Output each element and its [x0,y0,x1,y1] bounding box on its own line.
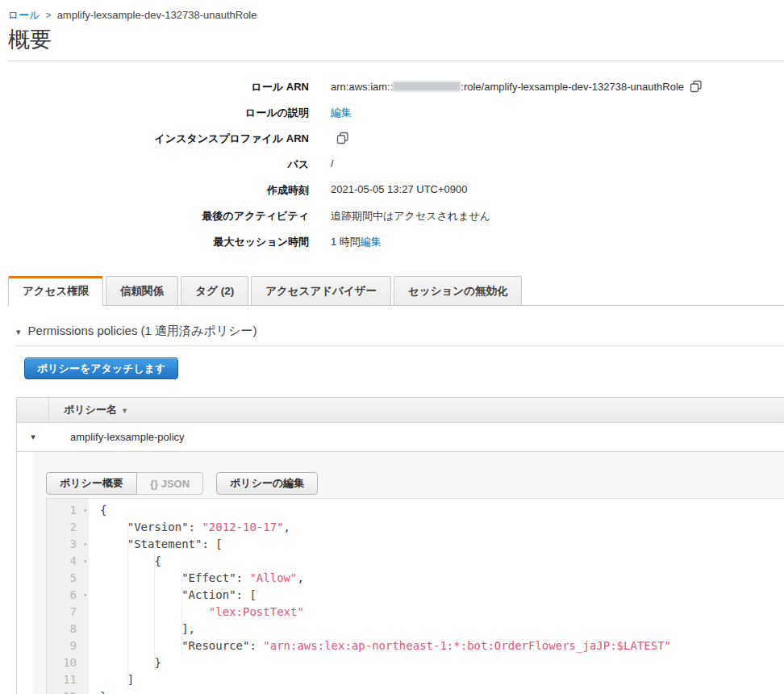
summary-row-creation-time: 作成時刻2021-05-05 13:27 UTC+0900 [0,183,784,198]
summary-label-path: パス [0,157,309,172]
attach-policy-button[interactable]: ポリシーをアタッチします [24,357,178,379]
summary-value-path: / [331,157,334,169]
code-token: "Effect": [100,571,249,584]
section-collapse-icon: ▾ [16,327,21,337]
summary-label-creation-time: 作成時刻 [0,183,309,198]
redacted-account-id [393,82,461,91]
code-string-token: "lex:PostText" [209,605,304,618]
code-line: { [100,502,784,519]
tab-revoke-sessions[interactable]: セッションの無効化 [394,276,522,305]
line-number: 4▾ [47,553,89,570]
policy-view-button-json[interactable]: {} JSON [137,472,203,495]
value-text: / [331,157,334,169]
summary-label-max-session-duration: 最大セッション時間 [0,235,309,249]
code-line: "Resource": "arn:aws:lex:ap-northeast-1:… [100,638,784,654]
summary-row-max-session-duration: 最大セッション時間1 時間 編集 [0,235,784,249]
tab-access-advisor[interactable]: アクセスアドバイザー [251,276,391,305]
permissions-section-header[interactable]: ▾Permissions policies (1 適用済みポリシー) [16,324,784,339]
code-line: "Statement": [ [100,536,784,553]
summary-value-role-description: 編集 [331,106,352,120]
editor-code-area[interactable]: { "Version": "2012-10-17", "Statement": … [89,499,784,694]
tab-trust-relationships[interactable]: 信頼関係 [106,276,178,305]
policies-table: ポリシー名 ▾ ▾ amplify-lexsample-policy ポリシー概… [16,397,784,694]
code-line: "lex:PostText" [100,604,784,621]
summary-value-instance-profile-arn [331,132,349,144]
code-line: "Version": "2012-10-17", [100,519,784,536]
code-token: "Statement": [ [100,537,223,550]
summary-value-max-session-duration: 1 時間 編集 [331,235,382,249]
policy-detail-panel: ポリシー概要{} JSONポリシーの編集 1▾23▾4▾56▾789101112… [33,452,784,694]
policy-view-buttons: ポリシー概要{} JSONポリシーの編集 [46,472,784,495]
summary-row-instance-profile-arn: インスタンスプロファイル ARN [0,132,784,146]
code-token: , [284,520,290,533]
code-token: "Action": [ [100,588,256,601]
summary-row-last-activity: 最後のアクティビティ追跡期間中はアクセスされません [0,209,784,224]
line-number: 7 [47,604,89,621]
role-summary: ロール ARNarn:aws:iam:::role/amplify-lexsam… [0,80,784,249]
breadcrumb: ロール>amplify-lexsample-dev-132738-unauthR… [0,0,784,23]
breadcrumb-current: amplify-lexsample-dev-132738-unauthRole [57,9,257,21]
summary-value-creation-time: 2021-05-05 13:27 UTC+0900 [331,183,467,195]
policy-json-editor[interactable]: 1▾23▾4▾56▾789101112 { "Version": "2012-1… [46,498,784,694]
line-number: 11 [47,671,89,688]
summary-label-instance-profile-arn: インスタンスプロファイル ARN [0,132,309,146]
policies-table-header: ポリシー名 ▾ [17,397,784,423]
expand-column-header [17,398,49,422]
tab-permissions[interactable]: アクセス権限 [8,276,103,306]
line-number: 1▾ [47,502,89,519]
policy-expanded-region: ポリシー概要{} JSONポリシーの編集 1▾23▾4▾56▾789101112… [17,452,784,694]
line-number: 6▾ [47,587,89,604]
code-fold-icon[interactable]: ▾ [83,553,87,570]
policy-view-button-edit-policy[interactable]: ポリシーの編集 [216,472,318,495]
edit-link[interactable]: 編集 [331,106,352,120]
summary-row-path: パス/ [0,157,784,172]
line-number: 12 [47,688,89,694]
breadcrumb-separator-icon: > [46,10,52,21]
value-text: 2021-05-05 13:27 UTC+0900 [331,183,467,195]
summary-label-role-arn: ロール ARN [0,80,309,94]
indent-guide [127,519,128,688]
summary-value-last-activity: 追跡期間中はアクセスされません [331,209,490,224]
tab-tags[interactable]: タグ (2) [181,276,248,305]
role-tabbar: アクセス権限信頼関係タグ (2)アクセスアドバイザーセッションの無効化 [8,276,784,306]
copy-icon[interactable] [336,132,349,144]
code-line: ] [100,671,784,688]
policy-view-button-policy-summary[interactable]: ポリシー概要 [46,472,137,495]
policy-row[interactable]: ▾ amplify-lexsample-policy [17,423,784,452]
summary-label-last-activity: 最後のアクティビティ [0,209,309,224]
policy-row-name: amplify-lexsample-policy [49,431,185,443]
permissions-section-title: Permissions policies (1 適用済みポリシー) [28,324,257,337]
policy-row-collapse-icon[interactable]: ▾ [17,432,49,442]
code-line: "Action": [ [100,587,784,604]
value-text: :role/amplify-lexsample-dev-132738-unaut… [461,81,684,93]
code-token: } [100,690,106,694]
value-text: arn:aws:iam:: [331,81,393,93]
line-number: 10 [47,654,89,671]
indent-guide [181,570,182,654]
page-title: 概要 [8,27,784,52]
code-fold-icon[interactable]: ▾ [83,587,87,604]
code-string-token: "Allow" [249,571,297,584]
code-line: ], [100,621,784,638]
editor-line-number-gutter: 1▾23▾4▾56▾789101112 [47,499,89,694]
code-token: } [100,656,161,669]
copy-icon[interactable] [690,80,703,93]
code-fold-icon[interactable]: ▾ [83,502,87,519]
code-token: { [100,504,106,516]
code-line: } [100,688,784,694]
code-fold-icon[interactable]: ▾ [83,536,87,553]
summary-value-role-arn: arn:aws:iam:::role/amplify-lexsample-dev… [331,80,703,93]
value-text: 1 時間 [331,235,361,249]
title-divider [8,61,784,61]
summary-label-role-description: ロールの説明 [0,106,309,120]
code-token: { [100,554,161,567]
iam-role-page: ロール>amplify-lexsample-dev-132738-unauthR… [0,0,784,694]
line-number: 9 [47,638,89,654]
policy-name-column-header[interactable]: ポリシー名 ▾ [49,398,127,422]
edit-link[interactable]: 編集 [361,235,382,249]
policy-name-header-label: ポリシー名 [64,403,117,417]
code-string-token: "2012-10-17" [202,520,283,533]
code-line: } [100,654,784,671]
code-token: ] [100,673,134,686]
breadcrumb-roles-link[interactable]: ロール [8,9,40,21]
